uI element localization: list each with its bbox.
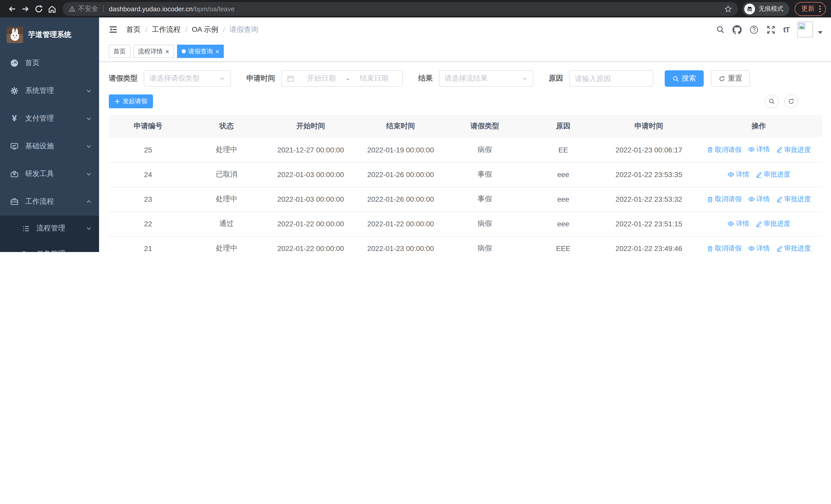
table-tools bbox=[765, 94, 798, 108]
table-row: 21处理中2022-01-22 00:00:002022-01-23 00:00… bbox=[109, 236, 822, 252]
sidebar-item-system[interactable]: 系统管理 bbox=[0, 77, 99, 105]
breadcrumb-separator: / bbox=[145, 25, 147, 34]
detail-action-link[interactable]: 详情 bbox=[748, 243, 770, 252]
address-bar[interactable]: 不安全 dashboard.yudao.iocoder.cn /bpm/oa/l… bbox=[63, 2, 738, 16]
breadcrumb-oa-example[interactable]: OA 示例 bbox=[192, 25, 219, 34]
refresh-icon bbox=[719, 75, 725, 82]
help-icon[interactable] bbox=[749, 25, 758, 34]
app-title: 芋道管理系统 bbox=[28, 30, 71, 39]
avatar-caret-icon[interactable] bbox=[818, 31, 823, 34]
sidebar-item-process-mgmt[interactable]: 流程管理 bbox=[0, 215, 99, 241]
chevron-up-icon bbox=[86, 251, 92, 252]
refresh-table-icon[interactable] bbox=[784, 94, 798, 108]
sidebar-item-task-mgmt[interactable]: 任务管理 bbox=[0, 241, 99, 252]
plus-icon bbox=[114, 98, 120, 104]
search-button[interactable]: 搜索 bbox=[665, 70, 704, 87]
apply-time-range-picker[interactable]: 开始日期 - 结束日期 bbox=[281, 70, 403, 87]
filter-form: 请假类型 请选择请假类型 申请时间 开始日期 - 结束日期 结果 请选择流 bbox=[109, 70, 822, 87]
table-header-row: 申请编号 状态 开始时间 结束时间 请假类型 原因 申请时间 操作 bbox=[109, 115, 822, 138]
tab-leave-query[interactable]: 请假查询 × bbox=[177, 45, 224, 58]
result-placeholder: 请选择流结果 bbox=[445, 74, 488, 83]
gear-icon bbox=[10, 87, 19, 95]
github-icon[interactable] bbox=[733, 25, 742, 34]
close-icon[interactable]: × bbox=[165, 48, 169, 55]
sidebar-item-label: 首页 bbox=[25, 59, 39, 68]
detail-icon bbox=[748, 146, 755, 153]
browser-reload-icon[interactable] bbox=[32, 2, 45, 16]
sidebar-item-workflow[interactable]: 工作流程 bbox=[0, 188, 99, 215]
cell-apply-time: 2022-01-22 23:51:15 bbox=[603, 211, 695, 236]
cell-status: 处理中 bbox=[188, 236, 266, 252]
cell-end: 2022-01-26 00:00:00 bbox=[356, 162, 446, 187]
progress-action-link[interactable]: 审批进度 bbox=[776, 244, 811, 252]
sidebar-item-infra[interactable]: 基础设施 bbox=[0, 132, 99, 160]
cancel-action-link[interactable]: 取消请假 bbox=[707, 244, 742, 252]
result-select[interactable]: 请选择流结果 bbox=[439, 70, 533, 87]
column-header-end: 结束时间 bbox=[356, 115, 446, 138]
progress-action-link[interactable]: 审批进度 bbox=[776, 195, 811, 204]
avatar[interactable] bbox=[797, 22, 813, 37]
progress-action-link[interactable]: 审批进度 bbox=[755, 170, 791, 179]
reason-input[interactable] bbox=[569, 70, 653, 87]
sidebar-item-label: 任务管理 bbox=[36, 249, 65, 252]
detail-action-link[interactable]: 详情 bbox=[748, 145, 770, 154]
cell-apply-time: 2022-01-22 23:49:46 bbox=[603, 236, 695, 252]
security-status[interactable]: 不安全 bbox=[69, 4, 98, 13]
detail-icon bbox=[748, 195, 755, 203]
cell-end: 2022-01-26 00:00:00 bbox=[356, 187, 446, 211]
breadcrumb-current: 请假查询 bbox=[229, 25, 258, 34]
browser-back-icon[interactable] bbox=[5, 2, 19, 16]
search-icon[interactable] bbox=[716, 25, 725, 34]
chevron-down-icon bbox=[86, 116, 92, 122]
progress-icon bbox=[776, 147, 783, 153]
reset-button[interactable]: 重置 bbox=[711, 70, 750, 87]
incognito-icon bbox=[744, 3, 755, 14]
font-size-icon[interactable]: tT bbox=[783, 25, 790, 34]
date-range-separator: - bbox=[344, 75, 351, 83]
cell-status: 通过 bbox=[188, 211, 266, 236]
sidebar-item-home[interactable]: 首页 bbox=[0, 49, 99, 77]
cancel-action-link[interactable]: 取消请假 bbox=[707, 145, 742, 154]
sidebar-item-devtools[interactable]: 研发工具 bbox=[0, 160, 99, 188]
navbar-actions: tT bbox=[716, 22, 823, 37]
create-leave-button[interactable]: 发起请假 bbox=[109, 94, 153, 108]
toggle-search-icon[interactable] bbox=[765, 94, 779, 108]
cell-type: 病假 bbox=[446, 211, 524, 236]
cell-reason: eee bbox=[524, 162, 603, 187]
fullscreen-icon[interactable] bbox=[766, 25, 776, 34]
bookmark-star-icon[interactable] bbox=[724, 5, 732, 12]
sidebar-item-payment[interactable]: ¥ 支付管理 bbox=[0, 105, 99, 132]
workflow-submenu: 流程管理 任务管理 我的流程 待办任务 已办 bbox=[0, 215, 99, 252]
browser-forward-icon[interactable] bbox=[19, 2, 32, 16]
progress-action-link[interactable]: 审批进度 bbox=[776, 145, 811, 154]
create-leave-label: 发起请假 bbox=[123, 97, 147, 106]
chevron-down-icon bbox=[86, 143, 92, 149]
cell-end: 2022-01-23 00:00:00 bbox=[356, 236, 446, 252]
tab-process-detail[interactable]: 流程详情 × bbox=[134, 45, 174, 58]
tab-label: 首页 bbox=[113, 47, 126, 56]
table-row: 23处理中2022-01-03 00:00:002022-01-26 00:00… bbox=[109, 187, 822, 211]
browser-home-icon[interactable] bbox=[45, 2, 58, 16]
incognito-label: 无痕模式 bbox=[758, 4, 783, 13]
breadcrumb-home[interactable]: 首页 bbox=[126, 25, 141, 34]
browser-update-button[interactable]: 更新 bbox=[795, 2, 826, 16]
column-header-reason: 原因 bbox=[524, 115, 603, 138]
progress-action-link[interactable]: 审批进度 bbox=[755, 219, 791, 228]
detail-action-link[interactable]: 详情 bbox=[727, 170, 749, 179]
detail-action-link[interactable]: 详情 bbox=[727, 219, 749, 228]
browser-menu-icon bbox=[819, 5, 821, 12]
sidebar-collapse-icon[interactable] bbox=[109, 25, 118, 34]
cell-reason: eee bbox=[524, 211, 603, 236]
leave-type-select[interactable]: 请选择请假类型 bbox=[144, 70, 231, 87]
tab-home[interactable]: 首页 bbox=[109, 45, 131, 58]
cancel-action-link[interactable]: 取消请假 bbox=[707, 195, 742, 204]
sidebar-item-label: 基础设施 bbox=[25, 142, 54, 151]
breadcrumb-workflow[interactable]: 工作流程 bbox=[152, 25, 181, 34]
progress-icon bbox=[776, 245, 783, 252]
close-icon[interactable]: × bbox=[215, 48, 219, 55]
cell-id: 25 bbox=[109, 138, 188, 162]
page-content: 请假类型 请选择请假类型 申请时间 开始日期 - 结束日期 结果 请选择流 bbox=[99, 62, 831, 252]
start-date-placeholder: 开始日期 bbox=[298, 74, 344, 83]
detail-action-link[interactable]: 详情 bbox=[748, 194, 770, 204]
dashboard-icon bbox=[10, 59, 19, 67]
